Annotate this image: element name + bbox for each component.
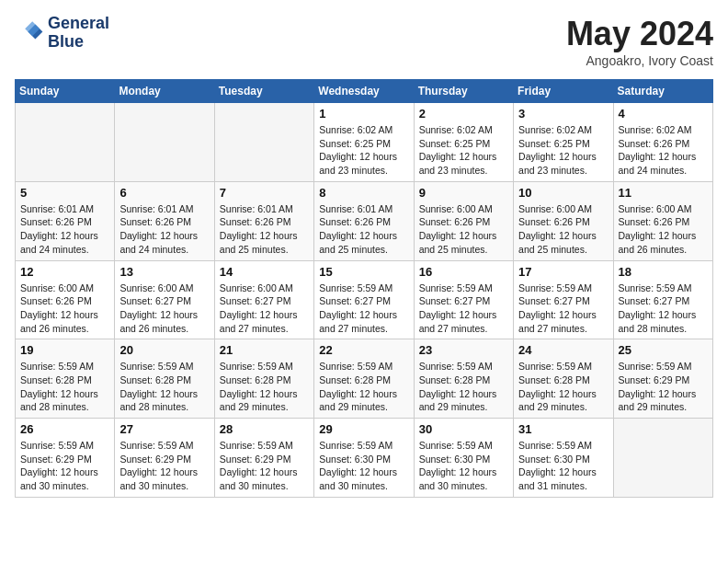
day-number: 25: [619, 343, 708, 357]
calendar-cell: 16Sunrise: 5:59 AM Sunset: 6:27 PM Dayli…: [414, 260, 513, 339]
day-info: Sunrise: 6:00 AM Sunset: 6:26 PM Dayligh…: [619, 202, 708, 257]
calendar-cell: 25Sunrise: 5:59 AM Sunset: 6:29 PM Dayli…: [613, 339, 712, 419]
calendar-cell: [214, 103, 313, 182]
calendar-cell: 23Sunrise: 5:59 AM Sunset: 6:28 PM Dayli…: [414, 339, 513, 419]
day-number: 12: [20, 265, 109, 279]
day-number: 21: [220, 343, 309, 357]
calendar-cell: 24Sunrise: 5:59 AM Sunset: 6:28 PM Dayli…: [514, 339, 613, 419]
day-number: 27: [119, 422, 209, 436]
calendar-cell: 26Sunrise: 5:59 AM Sunset: 6:29 PM Dayli…: [16, 419, 115, 498]
day-number: 26: [20, 422, 109, 436]
calendar-cell: 9Sunrise: 6:00 AM Sunset: 6:26 PM Daylig…: [414, 181, 513, 260]
day-number: 9: [419, 186, 508, 200]
calendar-cell: 6Sunrise: 6:01 AM Sunset: 6:26 PM Daylig…: [115, 181, 214, 260]
day-number: 17: [518, 265, 608, 279]
calendar-cell: 22Sunrise: 5:59 AM Sunset: 6:28 PM Dayli…: [314, 339, 414, 419]
calendar-cell: 30Sunrise: 5:59 AM Sunset: 6:30 PM Dayli…: [414, 419, 513, 498]
day-info: Sunrise: 5:59 AM Sunset: 6:28 PM Dayligh…: [419, 360, 508, 414]
weekday-header-saturday: Saturday: [613, 80, 712, 103]
weekday-header-sunday: Sunday: [16, 80, 115, 103]
day-info: Sunrise: 6:01 AM Sunset: 6:26 PM Dayligh…: [20, 202, 109, 257]
logo-text: General Blue: [48, 15, 109, 52]
day-number: 20: [119, 343, 209, 357]
weekday-header-tuesday: Tuesday: [214, 80, 313, 103]
day-info: Sunrise: 6:02 AM Sunset: 6:25 PM Dayligh…: [319, 123, 408, 178]
day-number: 10: [518, 186, 608, 200]
day-info: Sunrise: 5:59 AM Sunset: 6:29 PM Dayligh…: [119, 439, 209, 493]
month-title: May 2024: [566, 15, 713, 53]
weekday-header-thursday: Thursday: [414, 80, 513, 103]
day-info: Sunrise: 6:02 AM Sunset: 6:25 PM Dayligh…: [518, 123, 608, 178]
day-info: Sunrise: 6:00 AM Sunset: 6:26 PM Dayligh…: [20, 282, 109, 336]
day-info: Sunrise: 5:59 AM Sunset: 6:28 PM Dayligh…: [319, 360, 408, 414]
day-number: 15: [319, 265, 408, 279]
calendar-cell: 1Sunrise: 6:02 AM Sunset: 6:25 PM Daylig…: [314, 103, 414, 182]
weekday-header-friday: Friday: [514, 80, 613, 103]
day-info: Sunrise: 5:59 AM Sunset: 6:28 PM Dayligh…: [518, 360, 608, 414]
logo-icon: [15, 18, 44, 48]
day-info: Sunrise: 5:59 AM Sunset: 6:27 PM Dayligh…: [518, 282, 608, 336]
calendar-cell: [16, 103, 115, 182]
day-number: 28: [220, 422, 309, 436]
calendar-cell: 10Sunrise: 6:00 AM Sunset: 6:26 PM Dayli…: [514, 181, 613, 260]
day-info: Sunrise: 6:01 AM Sunset: 6:26 PM Dayligh…: [319, 202, 408, 257]
day-number: 14: [220, 265, 309, 279]
day-number: 5: [20, 186, 109, 200]
day-info: Sunrise: 6:00 AM Sunset: 6:27 PM Dayligh…: [119, 282, 209, 336]
calendar-cell: 2Sunrise: 6:02 AM Sunset: 6:25 PM Daylig…: [414, 103, 513, 182]
calendar-cell: 14Sunrise: 6:00 AM Sunset: 6:27 PM Dayli…: [214, 260, 313, 339]
calendar-cell: 8Sunrise: 6:01 AM Sunset: 6:26 PM Daylig…: [314, 181, 414, 260]
day-number: 16: [419, 265, 508, 279]
day-number: 22: [319, 343, 408, 357]
calendar-week-5: 26Sunrise: 5:59 AM Sunset: 6:29 PM Dayli…: [16, 419, 713, 498]
calendar-cell: 21Sunrise: 5:59 AM Sunset: 6:28 PM Dayli…: [214, 339, 313, 419]
calendar-cell: 11Sunrise: 6:00 AM Sunset: 6:26 PM Dayli…: [613, 181, 712, 260]
calendar-cell: 28Sunrise: 5:59 AM Sunset: 6:29 PM Dayli…: [214, 419, 313, 498]
calendar-week-1: 1Sunrise: 6:02 AM Sunset: 6:25 PM Daylig…: [16, 103, 713, 182]
day-info: Sunrise: 6:01 AM Sunset: 6:26 PM Dayligh…: [220, 202, 309, 257]
day-info: Sunrise: 6:00 AM Sunset: 6:27 PM Dayligh…: [220, 282, 309, 336]
calendar-cell: 19Sunrise: 5:59 AM Sunset: 6:28 PM Dayli…: [16, 339, 115, 419]
day-info: Sunrise: 5:59 AM Sunset: 6:27 PM Dayligh…: [419, 282, 508, 336]
day-number: 7: [220, 186, 309, 200]
day-number: 13: [119, 265, 209, 279]
calendar-cell: 3Sunrise: 6:02 AM Sunset: 6:25 PM Daylig…: [514, 103, 613, 182]
day-info: Sunrise: 6:01 AM Sunset: 6:26 PM Dayligh…: [119, 202, 209, 257]
calendar-cell: 17Sunrise: 5:59 AM Sunset: 6:27 PM Dayli…: [514, 260, 613, 339]
day-info: Sunrise: 5:59 AM Sunset: 6:27 PM Dayligh…: [619, 282, 708, 336]
calendar-cell: 27Sunrise: 5:59 AM Sunset: 6:29 PM Dayli…: [115, 419, 214, 498]
weekday-header-monday: Monday: [115, 80, 214, 103]
calendar-cell: 12Sunrise: 6:00 AM Sunset: 6:26 PM Dayli…: [16, 260, 115, 339]
calendar-cell: 4Sunrise: 6:02 AM Sunset: 6:26 PM Daylig…: [613, 103, 712, 182]
day-info: Sunrise: 6:02 AM Sunset: 6:26 PM Dayligh…: [619, 123, 708, 178]
day-number: 31: [518, 422, 608, 436]
day-number: 11: [619, 186, 708, 200]
calendar-cell: 15Sunrise: 5:59 AM Sunset: 6:27 PM Dayli…: [314, 260, 414, 339]
day-number: 23: [419, 343, 508, 357]
day-number: 29: [319, 422, 408, 436]
location: Angoakro, Ivory Coast: [566, 53, 713, 68]
day-number: 6: [119, 186, 209, 200]
calendar-cell: 29Sunrise: 5:59 AM Sunset: 6:30 PM Dayli…: [314, 419, 414, 498]
day-info: Sunrise: 5:59 AM Sunset: 6:28 PM Dayligh…: [220, 360, 309, 414]
day-info: Sunrise: 5:59 AM Sunset: 6:29 PM Dayligh…: [220, 439, 309, 493]
day-info: Sunrise: 5:59 AM Sunset: 6:30 PM Dayligh…: [319, 439, 408, 493]
day-number: 3: [518, 107, 608, 121]
page-header: General Blue May 2024 Angoakro, Ivory Co…: [15, 15, 713, 68]
calendar-cell: 20Sunrise: 5:59 AM Sunset: 6:28 PM Dayli…: [115, 339, 214, 419]
day-info: Sunrise: 5:59 AM Sunset: 6:28 PM Dayligh…: [119, 360, 209, 414]
day-info: Sunrise: 5:59 AM Sunset: 6:27 PM Dayligh…: [319, 282, 408, 336]
weekday-header-wednesday: Wednesday: [314, 80, 414, 103]
calendar-cell: 5Sunrise: 6:01 AM Sunset: 6:26 PM Daylig…: [16, 181, 115, 260]
day-info: Sunrise: 5:59 AM Sunset: 6:30 PM Dayligh…: [419, 439, 508, 493]
day-number: 24: [518, 343, 608, 357]
day-info: Sunrise: 5:59 AM Sunset: 6:30 PM Dayligh…: [518, 439, 608, 493]
day-number: 1: [319, 107, 408, 121]
calendar-cell: 31Sunrise: 5:59 AM Sunset: 6:30 PM Dayli…: [514, 419, 613, 498]
logo: General Blue: [15, 15, 109, 52]
day-number: 19: [20, 343, 109, 357]
title-block: May 2024 Angoakro, Ivory Coast: [566, 15, 713, 68]
day-number: 4: [619, 107, 708, 121]
calendar-cell: 18Sunrise: 5:59 AM Sunset: 6:27 PM Dayli…: [613, 260, 712, 339]
day-info: Sunrise: 5:59 AM Sunset: 6:28 PM Dayligh…: [20, 360, 109, 414]
